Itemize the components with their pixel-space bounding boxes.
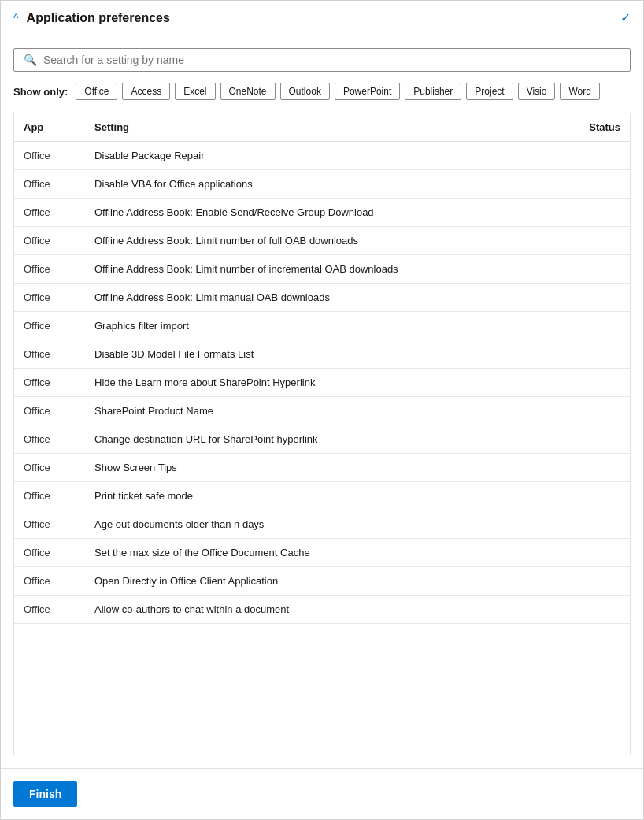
table-row[interactable]: OfficeDisable VBA for Office application… [14,170,630,199]
cell-setting: Print ticket safe mode [85,482,551,510]
application-window: ^ Application preferences ✓ 🔍 Show only:… [0,0,644,820]
cell-app: Office [14,340,85,369]
cell-status [551,284,630,312]
checkmark-icon: ✓ [620,10,631,25]
cell-setting: Offline Address Book: Limit manual OAB d… [85,284,551,312]
table-header-row: App Setting Status [14,113,630,142]
header-status: Status [551,113,630,142]
cell-setting: Disable 3D Model File Formats List [85,340,551,369]
filter-excel[interactable]: Excel [175,83,215,100]
cell-app: Office [14,199,85,227]
settings-table: App Setting Status OfficeDisable Package… [14,113,630,624]
cell-setting: Allow co-authors to chat within a docume… [85,596,551,624]
table-row[interactable]: OfficeOpen Directly in Office Client App… [14,567,630,596]
cell-status [551,142,630,170]
table-row[interactable]: OfficeAllow co-authors to chat within a … [14,596,630,624]
table-row[interactable]: OfficeOffline Address Book: Enable Send/… [14,199,630,227]
cell-setting: Graphics filter import [85,312,551,340]
cell-app: Office [14,567,85,596]
cell-app: Office [14,454,85,482]
cell-status [551,482,630,510]
header-app: App [14,113,85,142]
cell-status [551,567,630,596]
cell-status [551,199,630,227]
cell-setting: SharePoint Product Name [85,397,551,425]
table-row[interactable]: OfficeChange destination URL for SharePo… [14,425,630,454]
filter-onenote[interactable]: OneNote [220,83,276,100]
footer: Finish [1,768,643,819]
cell-status [551,369,630,397]
cell-setting: Offline Address Book: Limit number of in… [85,255,551,284]
table-row[interactable]: OfficeHide the Learn more about SharePoi… [14,369,630,397]
cell-status [551,454,630,482]
collapse-icon[interactable]: ^ [13,12,19,24]
table-row[interactable]: OfficeSharePoint Product Name [14,397,630,425]
title-left: ^ Application preferences [13,11,170,25]
cell-setting: Open Directly in Office Client Applicati… [85,567,551,596]
cell-setting: Offline Address Book: Limit number of fu… [85,227,551,255]
content-area: 🔍 Show only: Office Access Excel OneNote… [1,35,643,768]
header-setting: Setting [85,113,551,142]
table-row[interactable]: OfficeAge out documents older than n day… [14,510,630,539]
cell-status [551,510,630,539]
filter-outlook[interactable]: Outlook [280,83,330,100]
filter-powerpoint[interactable]: PowerPoint [335,83,400,100]
cell-app: Office [14,425,85,454]
cell-setting: Age out documents older than n days [85,510,551,539]
cell-app: Office [14,369,85,397]
cell-setting: Show Screen Tips [85,454,551,482]
title-bar: ^ Application preferences ✓ [1,1,643,35]
cell-app: Office [14,510,85,539]
cell-app: Office [14,227,85,255]
cell-app: Office [14,142,85,170]
cell-app: Office [14,284,85,312]
cell-setting: Offline Address Book: Enable Send/Receiv… [85,199,551,227]
filter-word[interactable]: Word [560,83,599,100]
cell-app: Office [14,539,85,567]
table-row[interactable]: OfficeOffline Address Book: Limit number… [14,255,630,284]
cell-app: Office [14,312,85,340]
cell-status [551,170,630,199]
cell-status [551,596,630,624]
cell-status [551,397,630,425]
cell-app: Office [14,397,85,425]
filter-project[interactable]: Project [466,83,513,100]
page-title: Application preferences [27,11,170,25]
table-row[interactable]: OfficeSet the max size of the Office Doc… [14,539,630,567]
cell-setting: Disable VBA for Office applications [85,170,551,199]
cell-setting: Hide the Learn more about SharePoint Hyp… [85,369,551,397]
cell-app: Office [14,255,85,284]
search-bar: 🔍 [13,48,631,72]
table-row[interactable]: OfficePrint ticket safe mode [14,482,630,510]
search-icon: 🔍 [24,54,37,66]
search-input[interactable] [43,54,620,66]
cell-status [551,539,630,567]
cell-status [551,227,630,255]
filter-access[interactable]: Access [122,83,170,100]
show-only-label: Show only: [13,86,68,98]
cell-app: Office [14,482,85,510]
table-row[interactable]: OfficeShow Screen Tips [14,454,630,482]
settings-table-container: App Setting Status OfficeDisable Package… [13,113,631,755]
filter-office[interactable]: Office [76,83,117,100]
cell-setting: Set the max size of the Office Document … [85,539,551,567]
cell-status [551,312,630,340]
cell-status [551,425,630,454]
cell-setting: Change destination URL for SharePoint hy… [85,425,551,454]
table-row[interactable]: OfficeDisable 3D Model File Formats List [14,340,630,369]
table-row[interactable]: OfficeDisable Package Repair [14,142,630,170]
cell-status [551,255,630,284]
table-row[interactable]: OfficeOffline Address Book: Limit number… [14,227,630,255]
filter-visio[interactable]: Visio [518,83,556,100]
cell-status [551,340,630,369]
table-row[interactable]: OfficeGraphics filter import [14,312,630,340]
cell-setting: Disable Package Repair [85,142,551,170]
finish-button[interactable]: Finish [13,781,77,807]
filter-publisher[interactable]: Publisher [405,83,461,100]
cell-app: Office [14,170,85,199]
filter-row: Show only: Office Access Excel OneNote O… [13,83,631,100]
cell-app: Office [14,596,85,624]
table-row[interactable]: OfficeOffline Address Book: Limit manual… [14,284,630,312]
